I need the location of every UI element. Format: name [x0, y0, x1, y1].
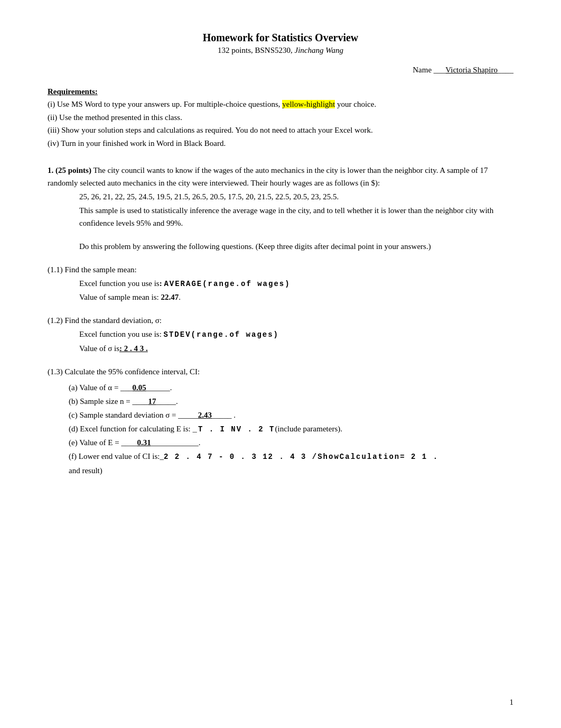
q1-3-f-result: and result) — [69, 464, 513, 477]
q1-2-block: (1.2) Find the standard deviation, σ: Ex… — [48, 314, 513, 354]
q1-3-label: (1.3) Calculate the 95% confidence inter… — [48, 365, 513, 378]
q1-1-period: . — [179, 293, 181, 301]
wages-data: 25, 26, 21, 22, 25, 24.5, 19.5, 21.5, 26… — [79, 190, 513, 203]
q1-3-b-prefix: (b) Sample size n = ____ — [69, 397, 148, 406]
name-spacer: ___ — [434, 66, 446, 74]
q1-1-value-line: Value of sample mean is: 22.47. — [79, 291, 513, 303]
q1-1-excel-func: AVERAGE(range.of wages) — [164, 280, 290, 288]
subtitle-text: 132 points, BSNS5230, — [218, 46, 293, 54]
q1-2-excel-prefix: Excel function you use is: — [79, 330, 164, 338]
q1-2-label: (1.2) Find the standard deviation, σ: — [48, 314, 513, 327]
q1-3-d: (d) Excel function for calculating E is:… — [69, 422, 513, 435]
yellow-highlight-text: yellow-highlight — [282, 100, 335, 108]
q1-3-e: (e) Value of E = ____0.31____________. — [69, 436, 513, 449]
page-subtitle: 132 points, BSNS5230, Jinchang Wang — [48, 46, 513, 55]
q1-intro: 1. (25 points) The city council wants to… — [48, 164, 513, 189]
q1-3-d-prefix: (d) Excel function for calculating E is: — [69, 425, 193, 433]
q1-label: 1. (25 points) — [48, 166, 91, 174]
wages-list: 25, 26, 21, 22, 25, 24.5, 19.5, 21.5, 26… — [79, 190, 513, 203]
name-line: Name ___Victoria Shapiro____ — [48, 66, 513, 75]
q1-3-content: (a) Value of α = ___0.05______. (b) Samp… — [48, 381, 513, 477]
sample-desc-text: This sample is used to statistically inf… — [79, 204, 513, 229]
requirements-section: Requirements: (i) Use MS Word to type yo… — [48, 87, 513, 149]
q1-3-b-value: 17 — [148, 397, 156, 406]
q1-3-b-suffix: _____. — [156, 397, 178, 406]
q1-3-d-func: _T . I NV . 2 T — [193, 425, 275, 434]
q1-3-a-prefix: (a) Value of α = ___ — [69, 383, 133, 392]
page: Homework for Statistics Overview 132 poi… — [0, 0, 561, 728]
q1-3-e-prefix: (e) Value of E = ____ — [69, 438, 137, 447]
page-number: 1 — [510, 698, 514, 707]
q1-3-c-prefix: (c) Sample standard deviation σ = _____ — [69, 411, 198, 419]
q1-2-excel-line: Excel function you use is: STDEV(range.o… — [79, 328, 513, 340]
req-item-1: (i) Use MS Word to type your answers up.… — [48, 98, 513, 110]
req-item-3: (iii) Show your solution steps and calcu… — [48, 124, 513, 136]
subtitle-italic-text: Jinchang Wang — [295, 46, 343, 54]
req-1-text-after: your choice. — [335, 100, 376, 108]
q1-1-value-prefix: Value of sample mean is: — [79, 293, 161, 301]
q1-3-f-equals: = 2 1 . — [400, 451, 438, 463]
q1-3-a: (a) Value of α = ___0.05______. — [69, 381, 513, 394]
q1-2-value-prefix: Value of σ is — [79, 344, 119, 353]
q1-1-value: 22.47 — [161, 293, 179, 301]
q1-3-e-value: 0.31 — [137, 438, 151, 447]
q1-3-f-calc2: 2 . 4 3 / — [268, 451, 318, 463]
q1-1-label: (1.1) Find the sample mean: — [48, 263, 513, 276]
q1-2-excel-func: STDEV(range.of wages) — [164, 330, 279, 339]
q1-3-f-show: ShowCalculation — [317, 451, 400, 463]
q1-1-content: Excel function you use is: AVERAGE(range… — [79, 277, 513, 303]
name-trailing: ____ — [498, 66, 513, 74]
page-title: Homework for Statistics Overview — [48, 32, 513, 44]
q1-3-b: (b) Sample size n = ____17_____. — [69, 395, 513, 408]
q1-3-f: (f) Lower end value of CI is:_ 2 2 . 4 7… — [69, 450, 513, 463]
q1-2-value: : 2 . 4 3 . — [119, 344, 148, 353]
q1-3-e-suffix: ____________. — [151, 438, 201, 447]
instruction-text: Do this problem by answering the followi… — [79, 240, 513, 253]
q1-3-a-suffix: ______. — [146, 383, 172, 392]
q1-3-a-value: 0.05 — [133, 383, 146, 392]
name-label: Name — [413, 66, 432, 74]
q1-2-content: Excel function you use is: STDEV(range.o… — [79, 328, 513, 354]
q1-3-f-prefix: (f) Lower end value of CI is:_ — [69, 450, 164, 463]
instruction-block: Do this problem by answering the followi… — [48, 240, 513, 253]
name-value: Victoria Shapiro — [445, 66, 498, 74]
q1-2-value-line: Value of σ is: 2 . 4 3 . — [79, 342, 513, 355]
q1-1-block: (1.1) Find the sample mean: Excel functi… — [48, 263, 513, 303]
q1-3-c: (c) Sample standard deviation σ = _____2… — [69, 409, 513, 421]
q1-3-c-value: 2.43 — [198, 411, 212, 419]
q1-3-block: (1.3) Calculate the 95% confidence inter… — [48, 365, 513, 477]
req-item-2: (ii) Use the method presented in this cl… — [48, 112, 513, 124]
req-1-text-before: (i) Use MS Word to type your answers up.… — [48, 100, 282, 108]
req-item-4: (iv) Turn in your finished work in Word … — [48, 137, 513, 150]
requirements-heading: Requirements: — [48, 87, 513, 96]
q1-3-d-suffix: (include parameters). — [275, 425, 342, 433]
q1-3-c-suffix: _____ . — [212, 411, 236, 419]
q1-text: The city council wants to know if the wa… — [48, 166, 488, 187]
q1-1-excel-line: Excel function you use is: AVERAGE(range… — [79, 277, 513, 290]
question-1: 1. (25 points) The city council wants to… — [48, 164, 513, 229]
q1-1-excel-prefix: Excel function you use is: — [79, 279, 164, 288]
sample-desc: This sample is used to statistically inf… — [79, 204, 513, 229]
q1-3-f-calc1: 2 2 . 4 7 - 0 . 3 1 — [164, 451, 268, 463]
